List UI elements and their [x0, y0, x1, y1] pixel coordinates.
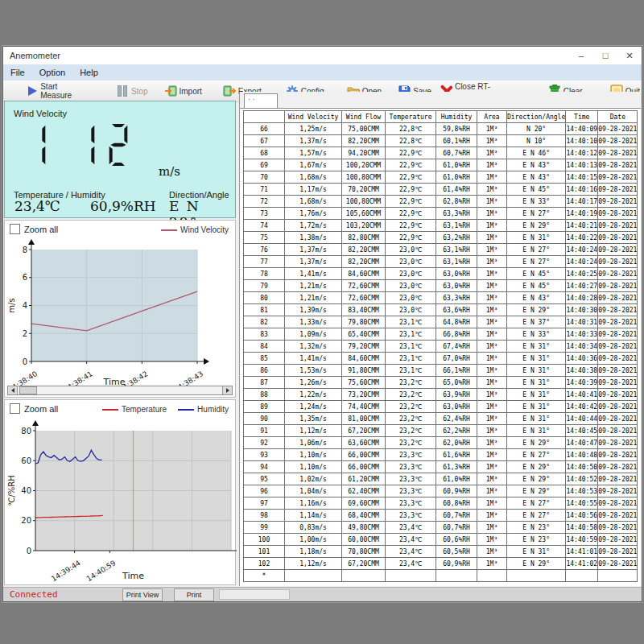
- table-row[interactable]: 741,72m/s103,20CMM22,9℃63,1%RH1M³E N 29°…: [244, 220, 638, 232]
- table-row[interactable]: 831,09m/s65,40CMM23,1℃66,8%RH1M³E N 33°1…: [244, 328, 638, 341]
- table-header-Humidity[interactable]: Humidity: [436, 111, 477, 123]
- table-row[interactable]: 951,02m/s61,20CMM23,3℃61,0%RH1M³E N 29°1…: [244, 473, 638, 485]
- checkbox-icon: [10, 224, 20, 234]
- table-row[interactable]: 891,24m/s74,40CMM23,2℃63,0%RH1M³E N 31°1…: [244, 401, 638, 413]
- zoom-all-checkbox-1[interactable]: Zoom all: [10, 224, 58, 234]
- wind-velocity-chart: 0246814:38:4014:38:4114:38:4214:38:43m/s…: [5, 235, 237, 388]
- svg-text:80: 80: [21, 427, 31, 436]
- table-row[interactable]: 731,76m/s105,60CMM22,9℃63,3%RH1M³E N 27°…: [244, 208, 638, 220]
- status-panel: [219, 589, 290, 600]
- table-row[interactable]: 771,37m/s82,20CMM23,0℃63,1%RH1M³E N 27°1…: [244, 256, 638, 268]
- table-row[interactable]: 671,37m/s82,20CMM22,8℃60,1%RH1M³N 10°14:…: [244, 135, 638, 147]
- table-row[interactable]: 981,14m/s68,40CMM23,3℃60,7%RH1M³E N 27°1…: [244, 510, 638, 522]
- table-header-Time[interactable]: Time: [566, 111, 598, 123]
- svg-text:0: 0: [23, 357, 27, 366]
- table-row[interactable]: 901,35m/s81,00CMM23,2℃62,4%RH1M³E N 31°1…: [244, 413, 638, 425]
- table-header-rownum[interactable]: [244, 111, 285, 123]
- table-row[interactable]: 711,17m/s70,20CMM22,9℃61,4%RH1M³E N 45°1…: [244, 184, 638, 196]
- table-row[interactable]: 801,21m/s72,60CMM23,0℃63,3%RH1M³E N 43°1…: [244, 292, 638, 304]
- scrollbar-thumb[interactable]: [19, 386, 37, 394]
- table-row[interactable]: 1011,18m/s70,80CMM23,4℃60,5%RH1M³E N 31°…: [244, 546, 638, 558]
- app-window: Anemometer – □ ✕ File Option Help Start …: [2, 46, 642, 602]
- table-row[interactable]: 791,21m/s72,60CMM23,0℃63,0%RH1M³E N 45°1…: [244, 280, 638, 292]
- chart1-legend: Wind Velocity: [161, 225, 229, 234]
- temperature-value: 23,4℃: [14, 198, 60, 214]
- table-row[interactable]: 701,68m/s100,80CMM22,9℃61,0%RH1M³E N 43°…: [244, 171, 638, 184]
- table-header-row: Wind VelocityWind FlowTemperatureHumidit…: [244, 111, 638, 123]
- table-row[interactable]: 781,41m/s84,60CMM23,0℃63,0%RH1M³E N 45°1…: [244, 268, 638, 280]
- table-row[interactable]: 861,53m/s91,80CMM23,1℃66,1%RH1M³E N 31°1…: [244, 365, 638, 377]
- table-row[interactable]: 681,57m/s94,20CMM22,9℃60,7%RH1M³E N 46°1…: [244, 147, 638, 159]
- svg-text:40: 40: [21, 486, 31, 495]
- window-title: Anemometer: [10, 51, 60, 60]
- table-row[interactable]: 931,10m/s66,00CMM23,3℃61,6%RH1M³E N 27°1…: [244, 449, 638, 461]
- chart1-horizontal-scrollbar[interactable]: [7, 386, 233, 395]
- table-header-Direction/Angle[interactable]: Direction/Angle: [507, 111, 566, 123]
- svg-text:8: 8: [23, 246, 27, 254]
- humidity-value: 60,9%RH: [90, 198, 156, 214]
- table-row[interactable]: 851,41m/s84,60CMM23,1℃67,0%RH1M³E N 31°1…: [244, 353, 638, 365]
- print-button[interactable]: Print: [174, 588, 214, 601]
- table-header-Wind Flow[interactable]: Wind Flow: [342, 111, 386, 123]
- status-bar: Connected Print View Print: [3, 587, 642, 601]
- table-row[interactable]: 961,04m/s62,40CMM23,3℃60,9%RH1M³E N 29°1…: [244, 485, 638, 497]
- scroll-left-arrow-icon[interactable]: [8, 386, 18, 394]
- maximize-button[interactable]: □: [593, 47, 617, 64]
- table-row[interactable]: 990,83m/s49,80CMM23,4℃60,7%RH1M³E N 23°1…: [244, 522, 638, 534]
- humidity-legend-swatch: [178, 409, 194, 411]
- tab-strip: · ·: [240, 92, 641, 108]
- zoom-all-checkbox-2[interactable]: Zoom all: [10, 403, 58, 414]
- minimize-button[interactable]: –: [569, 47, 593, 64]
- close-button[interactable]: ✕: [617, 47, 642, 64]
- menu-file[interactable]: File: [3, 64, 32, 80]
- window-controls: – □ ✕: [569, 47, 642, 64]
- connection-status: Connected: [10, 589, 58, 600]
- print-view-button[interactable]: Print View: [122, 588, 163, 601]
- table-new-row[interactable]: *: [244, 570, 638, 582]
- table-header-Date[interactable]: Date: [598, 111, 638, 123]
- import-button[interactable]: Import: [163, 83, 204, 99]
- svg-text:60: 60: [21, 456, 31, 465]
- grid-tab[interactable]: · ·: [244, 93, 278, 108]
- temp-humidity-chart: 02040608014:39:4414:40:59℃/%RHTime: [5, 415, 237, 582]
- table-row[interactable]: 911,12m/s67,20CMM23,2℃62,2%RH1M³E N 31°1…: [244, 425, 638, 437]
- pause-icon: [116, 85, 129, 97]
- lcd-display-panel: Wind Velocity m/s Temperature / Humidity…: [4, 101, 236, 218]
- table-row[interactable]: 691,67m/s100,20CMM22,9℃61,0%RH1M³E N 43°…: [244, 159, 638, 171]
- temp-humidity-chart-panel: Zoom all Temperature Humidity 0204060801…: [4, 399, 236, 585]
- table-row[interactable]: 661,25m/s75,00CMM22,8℃59,8%RH1M³N 20°14:…: [244, 123, 638, 135]
- scroll-right-arrow-icon[interactable]: [222, 386, 232, 394]
- chart2-legend: Temperature Humidity: [102, 405, 229, 414]
- checkbox-icon: [10, 403, 20, 414]
- menu-help[interactable]: Help: [72, 64, 105, 80]
- table-header-Temperature[interactable]: Temperature: [386, 111, 436, 123]
- table-row[interactable]: 921,06m/s63,60CMM23,2℃62,0%RH1M³E N 29°1…: [244, 437, 638, 449]
- table-row[interactable]: 1021,12m/s67,20CMM23,4℃60,9%RH1M³E N 29°…: [244, 558, 638, 570]
- table-row[interactable]: 841,32m/s79,20CMM23,1℃67,4%RH1M³E N 31°1…: [244, 341, 638, 353]
- menu-bar: File Option Help: [3, 64, 642, 80]
- table-row[interactable]: 881,22m/s73,20CMM23,2℃63,9%RH1M³E N 31°1…: [244, 389, 638, 401]
- table-header-Wind Velocity[interactable]: Wind Velocity: [285, 111, 342, 123]
- table-row[interactable]: 1001,00m/s60,00CMM23,4℃60,6%RH1M³E N 23°…: [244, 534, 638, 546]
- table-header-Area[interactable]: Area: [477, 111, 507, 123]
- table-row[interactable]: 721,68m/s100,80CMM22,9℃62,8%RH1M³E N 33°…: [244, 196, 638, 208]
- svg-text:14:39:44: 14:39:44: [50, 559, 82, 582]
- lcd-title: Wind Velocity: [14, 109, 67, 118]
- menu-option[interactable]: Option: [32, 64, 72, 80]
- grid-tab-page: Wind VelocityWind FlowTemperatureHumidit…: [240, 108, 641, 586]
- table-row[interactable]: 821,33m/s79,80CMM23,1℃64,8%RH1M³E N 37°1…: [244, 316, 638, 328]
- table-row[interactable]: 941,10m/s66,00CMM23,3℃61,3%RH1M³E N 29°1…: [244, 461, 638, 473]
- start-measure-button[interactable]: Start Measure: [26, 83, 84, 99]
- svg-text:20: 20: [21, 516, 31, 525]
- import-icon: [164, 85, 177, 97]
- svg-text:4: 4: [23, 301, 27, 310]
- table-row[interactable]: 971,16m/s69,60CMM23,3℃60,8%RH1M³E N 27°1…: [244, 497, 638, 510]
- table-row[interactable]: 751,38m/s82,80CMM22,9℃63,2%RH1M³E N 31°1…: [244, 232, 638, 244]
- stop-button[interactable]: Stop: [114, 83, 150, 99]
- table-row[interactable]: 811,39m/s83,40CMM23,0℃63,6%RH1M³E N 29°1…: [244, 304, 638, 316]
- svg-text:Time: Time: [122, 571, 144, 581]
- measurement-table: Wind VelocityWind FlowTemperatureHumidit…: [243, 110, 638, 582]
- table-row[interactable]: 761,37m/s82,20CMM23,0℃63,1%RH1M³E N 27°1…: [244, 244, 638, 256]
- play-icon: [27, 85, 38, 97]
- table-row[interactable]: 871,26m/s75,60CMM23,2℃65,0%RH1M³E N 31°1…: [244, 377, 638, 389]
